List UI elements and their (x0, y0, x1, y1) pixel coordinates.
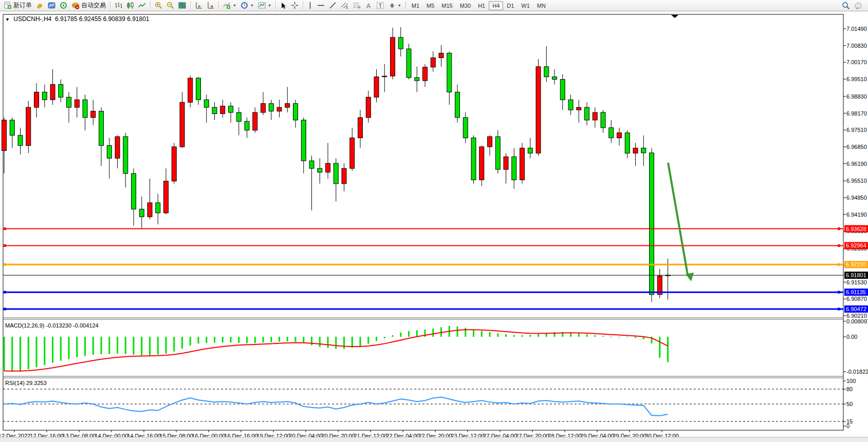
candle (528, 148, 532, 153)
rsi-value: 29.3253 (26, 380, 47, 386)
chart-shift-marker[interactable] (671, 15, 678, 18)
macd-histogram-bar (497, 333, 498, 337)
zoom-out-button[interactable] (164, 1, 176, 10)
new-order-button[interactable]: 新订单 (2, 1, 34, 10)
chart-shift-button[interactable] (205, 1, 216, 10)
toolbar-separator (405, 1, 406, 10)
hline-left-handle[interactable] (4, 227, 6, 230)
hline-right-handle[interactable] (838, 308, 840, 310)
chart-window[interactable]: ▼ USDCNH-,H4 6.91785 6.92455 6.90839 6.9… (0, 11, 868, 437)
hline-left-handle[interactable] (4, 244, 6, 247)
candle (139, 209, 144, 217)
hline-right-handle[interactable] (838, 244, 840, 247)
macd-label: MACD(12,26,9) -0.013230 -0.004124 (5, 322, 99, 329)
candle (245, 121, 249, 130)
search-icon[interactable] (842, 2, 850, 10)
shapes-icon (389, 2, 396, 9)
candle (382, 76, 387, 76)
autotrading-button[interactable]: 自动交易 (69, 1, 108, 10)
candle (504, 157, 508, 169)
auto-scroll-icon (195, 2, 202, 9)
timeframe-mn[interactable]: MN (533, 1, 549, 10)
timeframe-m30[interactable]: M30 (456, 1, 474, 10)
line-chart-button[interactable] (136, 1, 148, 10)
candle (334, 163, 338, 184)
text-tool[interactable]: A (363, 1, 374, 10)
timeframe-m15[interactable]: M15 (438, 1, 456, 10)
candle (309, 161, 314, 168)
crosshair-tool-button[interactable] (289, 1, 301, 10)
candle (91, 111, 96, 118)
new-order-icon (4, 2, 12, 9)
macd-histogram-bar (11, 337, 13, 372)
hline-left-handle[interactable] (4, 263, 6, 266)
vertical-line-tool[interactable] (305, 1, 315, 10)
price-axis-tick-label: 6.98170 (846, 110, 867, 117)
notifications-icon[interactable]: 1 (854, 2, 863, 10)
candle (488, 137, 492, 147)
macd-histogram-bar (376, 337, 377, 341)
macd-axis-tick-label: -0.018229 (846, 369, 868, 375)
timeframe-m5[interactable]: M5 (423, 1, 438, 10)
bar-chart-button[interactable] (113, 1, 124, 10)
arrows-tool[interactable]: ▼ (386, 1, 403, 10)
macd-histogram-bar (432, 329, 434, 337)
auto-scroll-button[interactable] (193, 1, 205, 10)
candle (285, 104, 290, 107)
macd-histogram-bar (270, 337, 272, 342)
candle (196, 78, 201, 100)
hline-left-handle[interactable] (4, 291, 6, 294)
ohlc-open: 6.91785 (55, 15, 77, 23)
periods-button[interactable]: ▼ (238, 1, 256, 10)
macd-histogram-bar (295, 337, 297, 342)
horizontal-line-tool[interactable] (315, 1, 327, 10)
macd-histogram-bar (667, 337, 669, 362)
candle (188, 78, 193, 102)
candle (650, 153, 654, 295)
chart-collapse-icon[interactable]: ▼ (5, 17, 10, 22)
macd-histogram-bar (367, 337, 369, 344)
candle (641, 148, 646, 152)
macd-histogram-bar (602, 336, 604, 337)
tile-windows-icon (178, 2, 186, 9)
new-indicator-button[interactable]: ▼ (221, 1, 238, 10)
signals-button[interactable] (58, 1, 69, 10)
macd-histogram-bar (586, 334, 588, 337)
text-label-tool[interactable]: T (374, 1, 386, 10)
terminal-button[interactable] (46, 1, 58, 10)
timeframe-w1[interactable]: W1 (518, 1, 533, 10)
timeframe-h1[interactable]: H1 (474, 1, 489, 10)
candlestick-chart-button[interactable] (124, 1, 136, 10)
gold-button[interactable] (34, 1, 46, 10)
tile-windows-button[interactable] (176, 1, 188, 10)
candle (147, 203, 152, 217)
chart-canvas[interactable]: 7.014907.008307.001706.995106.988306.981… (0, 11, 868, 437)
channel-tool[interactable]: E (339, 1, 351, 10)
candle (544, 67, 549, 77)
templates-button[interactable]: ▼ (256, 1, 273, 10)
fibonacci-tool[interactable]: F (351, 1, 363, 10)
zoom-in-button[interactable] (153, 1, 164, 10)
cursor-tool-button[interactable] (278, 1, 289, 10)
candle (520, 148, 525, 180)
timeframe-d1[interactable]: D1 (503, 1, 518, 10)
macd-signal-value: -0.004124 (73, 322, 99, 329)
hline-right-handle[interactable] (838, 263, 840, 266)
trendline-tool[interactable] (327, 1, 339, 10)
candle (455, 92, 460, 118)
candle (2, 120, 7, 150)
candle (293, 104, 298, 120)
candle (180, 102, 184, 147)
macd-axis-tick-label: 0.00 (846, 334, 857, 340)
macd-histogram-bar (619, 337, 620, 337)
hline-right-handle[interactable] (838, 227, 840, 230)
zoom-in-icon (155, 2, 162, 9)
hline-right-handle[interactable] (838, 291, 840, 294)
macd-histogram-bar (538, 334, 539, 337)
timeframe-m1[interactable]: M1 (408, 1, 423, 10)
hline-left-handle[interactable] (4, 308, 6, 310)
timeframe-h4[interactable]: H4 (489, 1, 503, 10)
main-toolbar: 新订单 自动交易 (0, 0, 868, 11)
bar-chart-icon (115, 2, 122, 9)
macd-histogram-bar (594, 335, 596, 337)
